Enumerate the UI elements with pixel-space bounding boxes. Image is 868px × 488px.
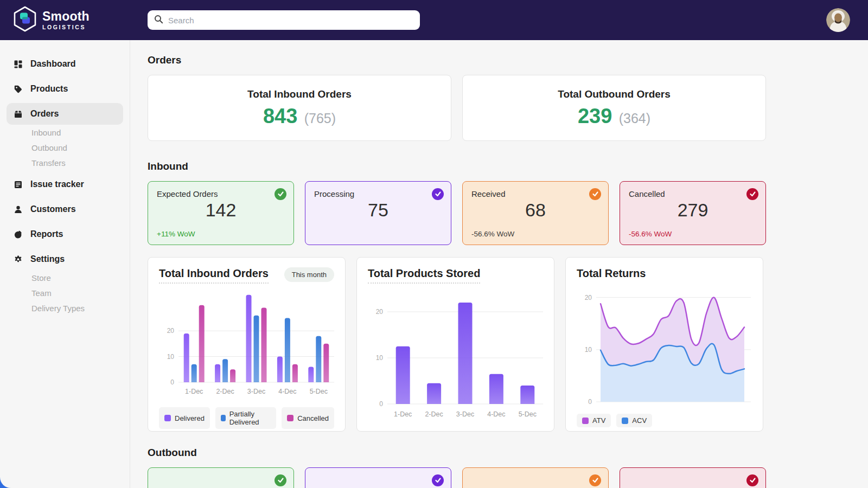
sidebar-item-label: Orders [30,109,59,119]
stat-label: Cancelled [629,189,757,198]
check-circle-icon [432,474,444,486]
sidebar-item-orders[interactable]: Orders [7,103,123,125]
legend-item-cancelled: Cancelled [282,407,334,429]
check-circle-icon [589,474,601,486]
svg-text:0: 0 [588,398,592,405]
svg-text:4-Dec: 4-Dec [487,410,505,418]
user-avatar[interactable] [826,8,850,32]
total-returns-area-chart: 01020 [577,287,753,405]
search-icon [154,15,163,26]
main-content: Orders Total Inbound Orders 843 (765) To… [130,40,868,488]
stat-value: 279 [629,200,757,221]
app-window: Smooth LOGISTICS [0,0,868,488]
total-returns-chart-card: Total Returns 01020 ATV ACV [565,257,763,432]
check-circle-icon [746,188,758,200]
svg-text:20: 20 [167,327,175,335]
svg-text:10: 10 [585,346,592,354]
sidebar-item-customers[interactable]: Customers [7,198,123,220]
page-title: Orders [148,54,766,66]
svg-text:3-Dec: 3-Dec [247,388,265,395]
sidebar: Dashboard Products Orders Inb [0,40,130,488]
chart-legend: Delivered Partially Delivered Cancelled [159,407,334,429]
svg-text:3-Dec: 3-Dec [456,410,474,418]
check-circle-icon [746,474,758,486]
sidebar-subitem-delivery-types[interactable]: Delivery Types [7,300,123,316]
top-navbar: Smooth LOGISTICS [0,0,868,40]
sidebar-item-label: Products [30,84,68,94]
outbound-stat-card [148,467,294,488]
sidebar-item-label: Dashboard [30,59,76,69]
check-circle-icon [432,188,444,200]
sidebar-subitem-inbound[interactable]: Inbound [7,125,123,140]
charts-row: Total Inbound Orders This month 010201-D… [148,257,766,432]
tag-icon [13,84,23,94]
wow-delta: -56.6% WoW [471,230,514,238]
check-circle-icon [275,188,286,200]
sidebar-item-reports[interactable]: Reports [7,223,123,245]
total-outbound-orders-card: Total Outbound Orders 239 (364) [462,75,766,141]
summary-value: 843 [263,105,297,127]
summary-row: Total Inbound Orders 843 (765) Total Out… [148,75,766,141]
outbound-stat-card [305,467,451,488]
inbound-orders-chart-card: Total Inbound Orders This month 010201-D… [148,257,346,432]
search-input[interactable] [168,16,413,25]
received-card: Received 68 -56.6% WoW [462,181,609,245]
inbound-orders-bar-chart: 010201-Dec2-Dec3-Dec4-Dec5-Dec [159,287,335,399]
sidebar-subitem-store[interactable]: Store [7,270,123,285]
total-inbound-orders-card: Total Inbound Orders 843 (765) [148,75,451,141]
products-stored-chart-card: Total Products Stored 010201-Dec2-Dec3-D… [356,257,554,432]
wow-delta: +11% WoW [157,230,195,238]
svg-text:5-Dec: 5-Dec [310,388,328,395]
user-icon [13,204,23,214]
sidebar-item-label: Reports [30,229,63,239]
outbound-stat-card [620,467,766,488]
sidebar-item-label: Issue tracker [30,179,84,189]
stat-label: Received [471,189,599,198]
summary-card-title: Total Outbound Orders [463,88,765,100]
chart-legend: ATV ACV [577,414,752,427]
dashboard-icon [13,59,23,69]
svg-text:1-Dec: 1-Dec [394,410,412,418]
summary-value: 239 [578,105,612,127]
sidebar-item-issue-tracker[interactable]: Issue tracker [7,174,123,195]
issue-list-icon [13,179,23,189]
brand-logo[interactable]: Smooth LOGISTICS [13,6,90,34]
sidebar-subitem-team[interactable]: Team [7,285,123,300]
check-circle-icon [589,188,601,200]
legend-swatch [582,418,589,424]
sidebar-subitem-transfers[interactable]: Transfers [7,155,123,170]
brand-subtitle: LOGISTICS [42,24,90,30]
package-icon [13,109,23,119]
outbound-stat-row [148,467,766,488]
legend-swatch [221,415,226,421]
cancelled-card: Cancelled 279 -56.6% WoW [620,181,766,245]
legend-item-acv: ACV [616,414,652,427]
pie-chart-icon [13,229,23,239]
brand-name: Smooth [42,10,90,23]
sidebar-item-label: Settings [30,254,65,264]
gear-icon [13,254,23,264]
summary-secondary-value: (765) [304,111,336,126]
sidebar-item-settings[interactable]: Settings [7,248,123,270]
svg-text:1-Dec: 1-Dec [185,388,203,395]
search-bar[interactable] [148,10,420,30]
check-circle-icon [275,474,286,486]
stat-label: Expected Orders [157,189,285,198]
summary-card-title: Total Inbound Orders [148,88,451,100]
chart-title: Total Returns [577,267,646,280]
products-stored-bar-chart: 010201-Dec2-Dec3-Dec4-Dec5-Dec [368,287,544,421]
legend-swatch [287,415,293,421]
inbound-section-title: Inbound [148,160,766,172]
sidebar-item-dashboard[interactable]: Dashboard [7,53,123,75]
svg-text:0: 0 [170,378,174,386]
legend-item-partially-delivered: Partially Delivered [215,407,276,429]
svg-text:20: 20 [376,308,384,316]
stat-label: Processing [314,189,442,198]
summary-secondary-value: (364) [619,111,650,126]
svg-text:0: 0 [379,400,383,408]
sidebar-subitem-outbound[interactable]: Outbound [7,140,123,155]
sidebar-item-products[interactable]: Products [7,78,123,100]
time-range-badge[interactable]: This month [284,267,334,282]
legend-item-atv: ATV [577,414,611,427]
outbound-section-title: Outbound [148,447,766,459]
